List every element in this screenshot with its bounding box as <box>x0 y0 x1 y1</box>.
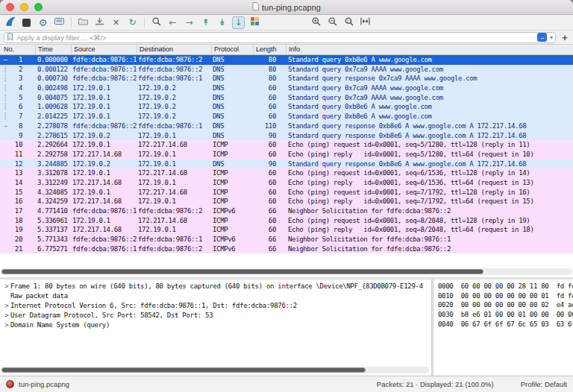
display-filter-box[interactable]: → ▾ <box>4 32 556 43</box>
column-header-length[interactable]: Length <box>254 45 286 54</box>
cell-info: Standard query response 0xb8e6 A www.goo… <box>286 131 573 141</box>
detail-text: Frame 1: 80 bytes on wire (640 bits), 80… <box>10 282 423 291</box>
hex-row[interactable]: 0020 00 00 00 00 00 00 00 02 e4 ae <box>438 300 573 310</box>
reload-button[interactable]: ↻ <box>126 16 139 29</box>
cell-no: 4 <box>10 83 36 93</box>
hex-row[interactable]: 0000 60 00 00 00 00 28 11 80 fd fe <box>438 282 573 291</box>
packet-row[interactable]: 20 5.771343 fdfe:dcba:9876::2 fdfe:dcba:… <box>0 235 573 244</box>
zoom-window-button[interactable] <box>34 3 43 11</box>
packet-row[interactable]: 21 6.775271 fdfe:dcba:9876::1 fdfe:dcba:… <box>0 244 573 254</box>
filter-add-button[interactable]: + <box>560 32 569 43</box>
packet-row[interactable]: → 8 2.278078 fdfe:dcba:9876::2 fdfe:dcba… <box>0 121 573 131</box>
packet-row[interactable]: 10 2.292664 172.19.0.1 172.217.14.68 ICM… <box>0 140 573 150</box>
packet-row[interactable]: 19 5.337137 172.217.14.68 172.19.0.1 ICM… <box>0 225 573 235</box>
related-packet-indicator <box>0 206 10 216</box>
capture-options-button[interactable]: ⚙ <box>37 16 49 29</box>
zoom-reset-button[interactable]: 1:1 <box>342 16 355 29</box>
expand-chevron-icon[interactable]: > <box>3 311 10 320</box>
cell-protocol: DNS <box>212 74 254 83</box>
zoom-out-button[interactable] <box>326 16 339 29</box>
find-packet-button[interactable] <box>150 16 163 29</box>
cell-source: 172.217.14.68 <box>72 150 137 159</box>
colorize-palette-icon <box>250 16 260 28</box>
filter-apply-button[interactable]: → <box>537 33 547 42</box>
filter-bookmark-icon[interactable] <box>7 31 13 44</box>
packet-row[interactable]: 18 5.336961 172.19.0.1 172.217.14.68 ICM… <box>0 216 573 226</box>
column-header-source[interactable]: Source <box>72 45 137 54</box>
packet-row[interactable]: – 1 0.000000 fdfe:dcba:9876::1 fdfe:dcba… <box>0 55 573 65</box>
column-header-info[interactable]: Info <box>286 45 573 54</box>
cell-length: 60 <box>254 112 286 121</box>
cell-info: Standard query 0xb8e6 A www.google.com <box>286 102 573 112</box>
minimize-window-button[interactable] <box>20 3 28 11</box>
capture-start-button[interactable] <box>4 16 16 29</box>
resize-columns-button[interactable] <box>359 16 372 29</box>
detail-line[interactable]: > Frame 1: 80 bytes on wire (640 bits), … <box>3 282 428 291</box>
packet-row[interactable]: 13 3.312078 172.19.0.1 172.217.14.68 ICM… <box>0 168 573 178</box>
packet-row[interactable]: ┆ 3 0.000730 fdfe:dcba:9876::2 fdfe:dcba… <box>0 74 573 83</box>
open-file-button[interactable] <box>77 16 90 29</box>
packet-row[interactable]: 17 4.771410 fdfe:dcba:9876::1 fdfe:dcba:… <box>0 206 573 216</box>
hex-row[interactable]: 0010 00 00 00 00 00 00 00 01 fd fe <box>438 291 573 301</box>
details-hscrollbar-thumb[interactable] <box>1 367 366 373</box>
detail-line[interactable]: > Internet Protocol Version 6, Src: fdfe… <box>3 301 428 311</box>
zoom-in-button[interactable] <box>310 16 322 29</box>
cell-protocol: ICMPv6 <box>212 235 254 244</box>
hex-row[interactable]: 0040 06 67 6f 6f 67 6c 65 03 63 6f <box>438 320 573 329</box>
packet-row[interactable]: ┆ 2 0.000122 fdfe:dcba:9876::1 fdfe:dcba… <box>0 65 573 75</box>
column-header-no[interactable]: No. <box>0 45 36 54</box>
packet-row[interactable]: 15 4.324085 172.19.0.1 172.217.14.68 ICM… <box>0 188 573 197</box>
filter-dropdown-caret-icon[interactable]: ▾ <box>550 34 553 41</box>
column-header-protocol[interactable]: Protocol <box>212 45 254 54</box>
column-header-destination[interactable]: Destination <box>137 45 212 54</box>
expand-chevron-icon[interactable] <box>3 291 10 301</box>
display-filter-input[interactable] <box>16 33 534 42</box>
cell-time: 5.771343 <box>36 235 72 244</box>
packet-list-hscrollbar-thumb[interactable] <box>1 269 483 274</box>
expand-chevron-icon[interactable]: > <box>3 320 10 330</box>
expand-chevron-icon[interactable]: > <box>3 282 10 291</box>
cell-no: 9 <box>10 131 36 141</box>
detail-line[interactable]: Raw packet data <box>3 291 428 301</box>
detail-line[interactable]: > User Datagram Protocol, Src Port: 5854… <box>3 311 428 320</box>
go-first-packet-button[interactable]: ↟ <box>199 16 212 29</box>
packet-row[interactable]: ┆ 4 0.002498 172.19.0.1 172.19.0.2 DNS 6… <box>0 83 573 93</box>
colorize-toggle[interactable] <box>248 16 261 29</box>
capture-stop-button[interactable] <box>20 16 33 29</box>
packet-row[interactable]: ┆ 7 2.014225 172.19.0.1 172.19.0.2 DNS 6… <box>0 112 573 121</box>
cell-length: 60 <box>254 150 286 159</box>
toolbar-separator <box>71 17 72 28</box>
cell-destination: fdfe:dcba:9876::1 <box>137 74 212 83</box>
cell-destination: 172.19.0.1 <box>137 197 212 206</box>
cell-length: 80 <box>254 74 286 83</box>
go-back-button[interactable]: ← <box>166 16 179 29</box>
go-last-packet-button[interactable]: ↡ <box>216 16 228 29</box>
packet-row[interactable]: 14 3.312249 172.217.14.68 172.19.0.1 ICM… <box>0 178 573 188</box>
detail-line[interactable]: > Domain Name System (query) <box>3 320 428 330</box>
cell-destination: fdfe:dcba:9876::2 <box>137 206 212 216</box>
packet-row[interactable]: ┆ 6 1.009628 172.19.0.1 172.19.0.2 DNS 6… <box>0 102 573 112</box>
packet-row[interactable]: 12 3.244885 172.19.0.2 172.19.0.1 DNS 90… <box>0 159 573 169</box>
hex-row[interactable]: 0030 b8 e6 01 00 00 01 00 00 00 00 <box>438 310 573 320</box>
status-profile[interactable]: Profile: Default <box>521 380 567 388</box>
expand-chevron-icon[interactable]: > <box>3 301 10 311</box>
packet-row[interactable]: 9 2.278615 172.19.0.2 172.19.0.1 DNS 90 … <box>0 131 573 141</box>
column-header-time[interactable]: Time <box>36 45 72 54</box>
save-file-button[interactable] <box>93 16 106 29</box>
cell-info: Neighbor Solicitation for fdfe:dcba:9876… <box>286 235 573 244</box>
close-window-button[interactable] <box>6 3 14 11</box>
reload-icon: ↻ <box>128 18 136 27</box>
packet-list-pane: No. Time Source Destination Protocol Len… <box>0 45 573 277</box>
cell-time: 0.004075 <box>36 93 72 103</box>
auto-scroll-toggle[interactable]: ↓ <box>232 16 245 29</box>
packet-row[interactable]: 16 4.324259 172.217.14.68 172.19.0.1 ICM… <box>0 197 573 206</box>
packet-row[interactable]: 11 2.292758 172.217.14.68 172.19.0.1 ICM… <box>0 150 573 159</box>
capture-interfaces-button[interactable] <box>53 16 66 29</box>
cell-source: 172.19.0.1 <box>72 102 137 112</box>
cell-no: 1 <box>10 55 36 65</box>
close-file-button[interactable]: × <box>110 16 122 29</box>
packet-row[interactable]: ┆ 5 0.004075 172.19.0.1 172.19.0.2 DNS 6… <box>0 93 573 103</box>
status-packet-counts: Packets: 21 · Displayed: 21 (100.0%) <box>377 380 494 388</box>
expert-info-icon[interactable] <box>6 380 14 388</box>
go-forward-button[interactable]: → <box>183 16 195 29</box>
